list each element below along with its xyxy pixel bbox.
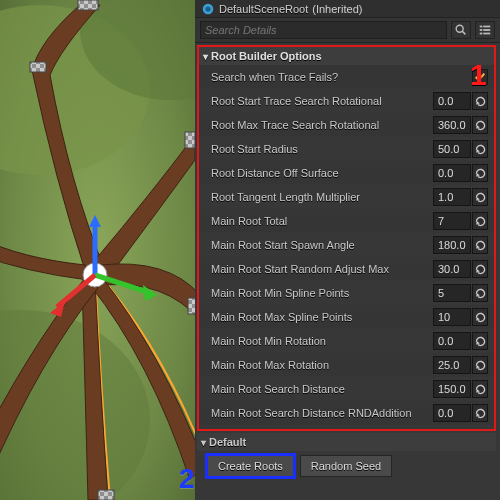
component-breadcrumb[interactable]: DefaultSceneRoot (Inherited) <box>195 0 500 18</box>
property-number-input[interactable] <box>433 92 471 110</box>
property-number-input[interactable] <box>433 140 471 158</box>
reset-to-default-button[interactable] <box>472 284 488 302</box>
property-row: Root Distance Off Surface <box>199 161 494 185</box>
property-number-input[interactable] <box>433 260 471 278</box>
svg-rect-10 <box>188 298 195 314</box>
svg-marker-31 <box>476 148 479 152</box>
property-number-input[interactable] <box>433 380 471 398</box>
property-label: Root Distance Off Surface <box>211 167 432 179</box>
svg-point-21 <box>456 25 463 32</box>
reset-to-default-button[interactable] <box>472 332 488 350</box>
svg-marker-29 <box>476 100 479 104</box>
svg-marker-30 <box>476 124 479 128</box>
reset-to-default-button[interactable] <box>472 188 488 206</box>
search-input[interactable] <box>200 21 447 39</box>
reset-to-default-button[interactable] <box>472 116 488 134</box>
reset-to-default-button[interactable] <box>472 92 488 110</box>
property-row: Main Root Min Spline Points <box>199 281 494 305</box>
property-row: Root Start Trace Search Rotational <box>199 89 494 113</box>
property-label: Root Start Radius <box>211 143 432 155</box>
svg-rect-28 <box>483 33 490 35</box>
svg-marker-37 <box>476 292 479 296</box>
property-row: Main Root Max Rotation <box>199 353 494 377</box>
3d-viewport[interactable] <box>0 0 195 500</box>
property-row: Main Root Start Spawn Angle <box>199 233 494 257</box>
property-row: Main Root Total <box>199 209 494 233</box>
svg-rect-25 <box>480 29 483 31</box>
property-row: Main Root Start Random Adjust Max <box>199 257 494 281</box>
reset-to-default-button[interactable] <box>472 308 488 326</box>
property-number-input[interactable] <box>433 332 471 350</box>
property-label: Main Root Start Spawn Angle <box>211 239 432 251</box>
svg-rect-27 <box>480 33 483 35</box>
search-icon <box>454 23 468 37</box>
details-panel: DefaultSceneRoot (Inherited) ▾ Root Buil… <box>195 0 500 500</box>
property-label: Main Root Total <box>211 215 432 227</box>
callout-2: 2 <box>179 463 195 495</box>
property-number-input[interactable] <box>433 308 471 326</box>
property-label: Root Tangent Length Multiplier <box>211 191 432 203</box>
search-button[interactable] <box>451 21 471 39</box>
reset-to-default-button[interactable] <box>472 140 488 158</box>
svg-marker-36 <box>476 268 479 272</box>
property-number-input[interactable] <box>433 164 471 182</box>
reset-to-default-button[interactable] <box>472 260 488 278</box>
collapse-icon: ▾ <box>201 437 206 448</box>
svg-marker-38 <box>476 316 479 320</box>
property-row: Main Root Max Spline Points <box>199 305 494 329</box>
section-header[interactable]: ▾ Root Builder Options <box>199 47 494 65</box>
property-number-input[interactable] <box>433 116 471 134</box>
property-row: Search when Trace Fails? <box>199 65 494 89</box>
property-number-input[interactable] <box>433 188 471 206</box>
reset-to-default-button[interactable] <box>472 236 488 254</box>
default-section-title: Default <box>209 436 246 448</box>
reset-to-default-button[interactable] <box>472 212 488 230</box>
svg-rect-9 <box>185 132 195 148</box>
property-label: Main Root Min Rotation <box>211 335 432 347</box>
svg-marker-39 <box>476 340 479 344</box>
property-label: Main Root Start Random Adjust Max <box>211 263 432 275</box>
svg-rect-23 <box>480 26 483 28</box>
svg-marker-41 <box>476 388 479 392</box>
property-number-input[interactable] <box>433 404 471 422</box>
property-number-input[interactable] <box>433 284 471 302</box>
svg-marker-35 <box>476 244 479 248</box>
svg-marker-33 <box>476 196 479 200</box>
view-options-icon <box>478 23 492 37</box>
root-builder-section: ▾ Root Builder Options Search when Trace… <box>197 45 496 431</box>
property-label: Search when Trace Fails? <box>211 71 432 83</box>
property-number-input[interactable] <box>433 236 471 254</box>
svg-line-22 <box>462 31 465 34</box>
svg-rect-26 <box>483 29 490 31</box>
view-options-button[interactable] <box>475 21 495 39</box>
svg-marker-42 <box>476 412 479 416</box>
property-number-input[interactable] <box>433 212 471 230</box>
svg-marker-40 <box>476 364 479 368</box>
section-title: Root Builder Options <box>211 50 322 62</box>
reset-to-default-button[interactable] <box>472 380 488 398</box>
svg-marker-34 <box>476 220 479 224</box>
property-label: Main Root Min Spline Points <box>211 287 432 299</box>
property-label: Main Root Max Spline Points <box>211 311 432 323</box>
reset-to-default-button[interactable] <box>472 164 488 182</box>
svg-point-20 <box>205 6 210 11</box>
random-seed-button[interactable]: Random Seed <box>300 455 392 477</box>
scene-root-icon <box>201 2 215 16</box>
default-section-header[interactable]: ▾ Default <box>197 433 496 451</box>
svg-marker-32 <box>476 172 479 176</box>
property-row: Main Root Search Distance <box>199 377 494 401</box>
svg-rect-8 <box>30 62 46 72</box>
property-row: Main Root Search Distance RNDAddition <box>199 401 494 425</box>
property-label: Main Root Search Distance <box>211 383 432 395</box>
component-name: DefaultSceneRoot <box>219 3 308 15</box>
property-label: Main Root Max Rotation <box>211 359 432 371</box>
callout-1: 1 <box>470 58 487 92</box>
create-roots-button[interactable]: Create Roots <box>207 455 294 477</box>
reset-to-default-button[interactable] <box>472 356 488 374</box>
svg-rect-24 <box>483 26 490 28</box>
property-number-input[interactable] <box>433 356 471 374</box>
reset-to-default-button[interactable] <box>472 404 488 422</box>
property-row: Root Tangent Length Multiplier <box>199 185 494 209</box>
collapse-icon: ▾ <box>203 51 208 62</box>
svg-rect-7 <box>78 0 98 10</box>
